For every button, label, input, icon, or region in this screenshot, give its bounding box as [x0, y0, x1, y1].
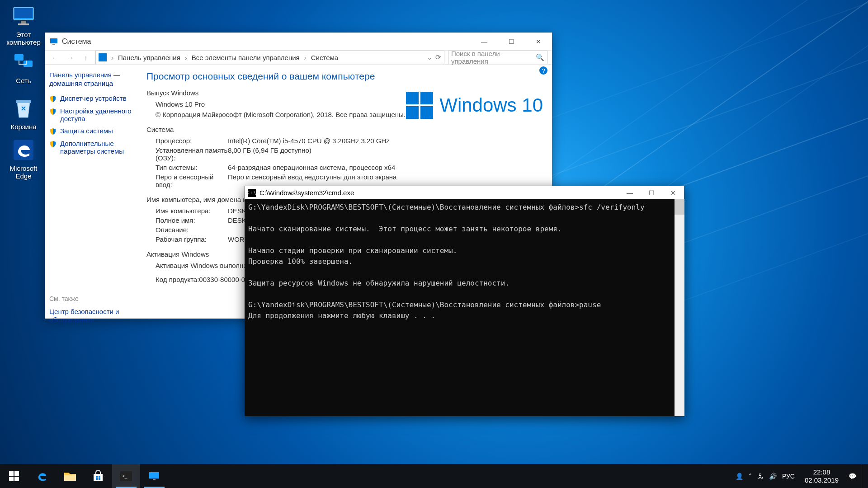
activation-status: Активация Windows выполнена — [156, 262, 256, 269]
svg-rect-16 — [96, 476, 98, 478]
help-icon[interactable]: ? — [539, 66, 547, 75]
sidebar: Панель управления — домашняя страница Ди… — [45, 65, 137, 331]
taskbar-system[interactable] — [140, 464, 168, 488]
tray-chevron-icon[interactable]: ˄ — [749, 473, 752, 480]
minimize-button[interactable]: — — [619, 186, 641, 200]
system-section: Система — [146, 126, 543, 133]
search-icon: 🔍 — [536, 53, 544, 61]
tray-network-icon[interactable]: 🖧 — [757, 473, 764, 480]
network-icon — [11, 50, 36, 75]
svg-rect-13 — [14, 477, 19, 481]
clock[interactable]: 22:08 02.03.2019 — [800, 468, 843, 484]
shield-icon — [49, 141, 57, 148]
svg-rect-23 — [153, 479, 156, 480]
svg-text:>_: >_ — [122, 474, 127, 479]
address-bar: ← → ↑ › Панель управления › Все элементы… — [45, 51, 552, 65]
svg-rect-18 — [96, 478, 98, 480]
svg-rect-19 — [99, 478, 100, 480]
taskbar-store[interactable] — [84, 464, 112, 488]
cmd-icon: C:\ — [248, 189, 256, 197]
svg-rect-6 — [16, 100, 31, 103]
control-panel-icon — [99, 53, 107, 61]
sidebar-item-remote[interactable]: Настройка удаленного доступа — [49, 107, 133, 122]
svg-rect-10 — [9, 471, 14, 476]
tray-people-icon[interactable]: 👤 — [736, 473, 743, 480]
windows-icon — [9, 471, 19, 481]
scrollbar[interactable] — [675, 199, 684, 416]
titlebar[interactable]: Система — ☐ ✕ — [45, 33, 552, 51]
system-tray: 👤 ˄ 🖧 🔊 РУС 22:08 02.03.2019 💬 — [736, 464, 868, 488]
sidebar-item-advanced[interactable]: Дополнительные параметры системы — [49, 140, 133, 155]
security-center-link[interactable]: Центр безопасности и обслуживания — [49, 308, 133, 325]
search-input[interactable]: Поиск в панели управления 🔍 — [448, 51, 547, 64]
page-title: Просмотр основных сведений о вашем компь… — [146, 71, 543, 82]
value-type: 64-разрядная операционная система, проце… — [228, 164, 543, 171]
system-icon — [49, 37, 58, 46]
tray-volume-icon[interactable]: 🔊 — [769, 473, 777, 480]
recycle-bin-icon — [11, 96, 36, 121]
edge-icon — [11, 137, 36, 163]
cmd-title-text: C:\Windows\system32\cmd.exe — [259, 189, 354, 197]
taskbar: >_ 👤 ˄ 🖧 🔊 РУС 22:08 02.03.2019 💬 — [0, 464, 868, 488]
cmd-window: C:\ C:\Windows\system32\cmd.exe — ☐ ✕ G:… — [245, 186, 684, 416]
svg-rect-1 — [14, 8, 33, 18]
cmd-output[interactable]: G:\YandexDisk\PROGRAMS\BESTSOFT\(Системн… — [245, 199, 675, 416]
desktop-icon-label: Сеть — [1, 77, 46, 84]
window-title: Система — [62, 38, 91, 46]
taskbar-explorer[interactable] — [56, 464, 84, 488]
sidebar-item-device-manager[interactable]: Диспетчер устройств — [49, 94, 133, 103]
shield-icon — [49, 108, 57, 115]
tray-language[interactable]: РУС — [782, 473, 795, 480]
scrollbar-thumb[interactable] — [675, 199, 684, 215]
desktop-icon-label: Этот компьютер — [1, 31, 46, 47]
folder-icon — [64, 471, 76, 482]
desktop-icon-network[interactable]: Сеть — [1, 50, 46, 84]
windows-logo: Windows 10 — [406, 92, 543, 119]
see-also-label: См. также — [49, 295, 133, 302]
minimize-button[interactable]: — — [471, 33, 498, 51]
cmd-icon: >_ — [120, 471, 132, 481]
shield-icon — [49, 95, 57, 103]
taskbar-cmd[interactable]: >_ — [112, 464, 140, 488]
svg-rect-14 — [64, 475, 76, 481]
maximize-button[interactable]: ☐ — [641, 186, 662, 200]
desktop-icon-this-pc[interactable]: Этот компьютер — [1, 4, 46, 47]
taskbar-edge[interactable] — [28, 464, 56, 488]
dropdown-icon[interactable]: ⌄ — [427, 53, 433, 61]
svg-rect-11 — [14, 471, 19, 476]
svg-rect-17 — [99, 476, 100, 478]
close-button[interactable]: ✕ — [662, 186, 684, 200]
cmd-titlebar[interactable]: C:\ C:\Windows\system32\cmd.exe — ☐ ✕ — [245, 186, 684, 199]
up-button[interactable]: ↑ — [80, 52, 92, 63]
show-desktop-button[interactable] — [862, 464, 865, 488]
edge-icon — [35, 469, 49, 483]
windows-logo-icon — [406, 92, 433, 119]
shield-icon — [49, 128, 57, 135]
svg-rect-8 — [50, 38, 57, 43]
monitor-icon — [11, 4, 36, 29]
svg-rect-2 — [21, 21, 26, 23]
svg-rect-9 — [52, 44, 55, 45]
desktop-icon-recycle[interactable]: Корзина — [1, 96, 46, 131]
store-icon — [92, 470, 104, 482]
maximize-button[interactable]: ☐ — [498, 33, 525, 51]
svg-rect-15 — [94, 474, 103, 481]
sidebar-home-link[interactable]: Панель управления — домашняя страница — [49, 71, 133, 88]
value-ram: 8,00 ГБ (6,94 ГБ доступно) — [228, 146, 543, 162]
value-cpu: Intel(R) Core(TM) i5-4570 CPU @ 3.20GHz … — [228, 137, 543, 145]
desktop-icon-label: Microsoft Edge — [1, 164, 46, 180]
desktop-icon-edge[interactable]: Microsoft Edge — [1, 137, 46, 180]
svg-rect-12 — [9, 477, 14, 481]
monitor-icon — [148, 471, 160, 481]
forward-button[interactable]: → — [65, 52, 76, 63]
desktop-icon-label: Корзина — [1, 123, 46, 131]
back-button[interactable]: ← — [49, 52, 61, 63]
refresh-icon[interactable]: ⟳ — [435, 53, 441, 61]
action-center-icon[interactable]: 💬 — [849, 473, 856, 480]
svg-rect-3 — [18, 23, 29, 25]
svg-rect-4 — [14, 54, 24, 61]
breadcrumb[interactable]: › Панель управления › Все элементы панел… — [95, 51, 444, 64]
close-button[interactable]: ✕ — [525, 33, 552, 51]
start-button[interactable] — [0, 464, 28, 488]
sidebar-item-protection[interactable]: Защита системы — [49, 127, 133, 135]
